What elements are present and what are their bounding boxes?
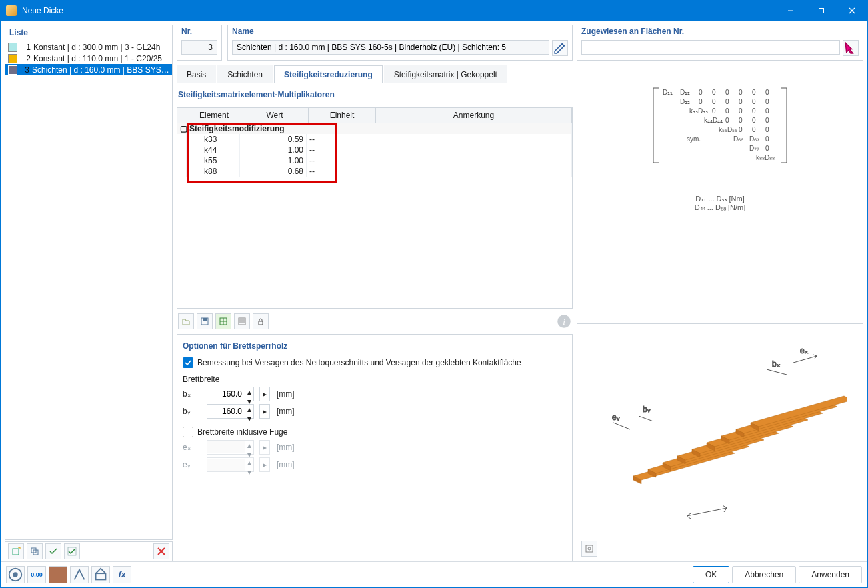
col-wert: Wert: [241, 108, 309, 123]
svg-text:0: 0: [739, 126, 743, 133]
grid-data-row[interactable]: k330.59--: [177, 134, 572, 145]
nr-value[interactable]: 3: [181, 40, 217, 55]
svg-text:sym.: sym.: [687, 135, 701, 143]
svg-text:0: 0: [765, 117, 769, 124]
tool1-button[interactable]: [70, 566, 89, 583]
grid-data-row[interactable]: k551.00--: [177, 155, 572, 166]
check-include-gap-label: Brettbreite inklusive Fuge: [197, 427, 287, 437]
fx-button[interactable]: fx: [113, 566, 131, 583]
maximize-button[interactable]: [806, 1, 837, 21]
svg-text:0: 0: [752, 98, 756, 105]
assign-input[interactable]: [581, 40, 840, 55]
window-title: Neue Dicke: [22, 6, 63, 15]
nr-label: Nr.: [181, 27, 217, 36]
svg-text:0: 0: [752, 126, 756, 133]
svg-text:0: 0: [712, 98, 716, 105]
svg-text:bₓ: bₓ: [772, 359, 780, 369]
name-label: Name: [232, 27, 568, 36]
units-button[interactable]: 0,00: [27, 566, 46, 583]
checkbox-on-icon: [183, 357, 193, 368]
svg-text:0: 0: [765, 98, 769, 105]
view-settings-button[interactable]: [581, 541, 597, 557]
assign-label: Zugewiesen an Flächen Nr.: [581, 27, 859, 36]
svg-text:D₁₁: D₁₁: [663, 89, 673, 96]
svg-text:0: 0: [725, 89, 729, 96]
svg-text:i: i: [563, 317, 565, 327]
svg-text:D₇₇: D₇₇: [749, 145, 759, 152]
save-button[interactable]: [197, 313, 213, 329]
info-icon[interactable]: i: [557, 314, 571, 329]
by-picker-button[interactable]: ▸: [259, 404, 270, 419]
color-button[interactable]: [49, 566, 67, 583]
list-item[interactable]: 2Konstant | d : 110.0 mm | 1 - C20/25: [5, 53, 172, 64]
grid-toolbar: i: [177, 313, 573, 330]
name-input[interactable]: [232, 40, 549, 55]
svg-text:0: 0: [725, 117, 729, 124]
svg-text:0: 0: [752, 89, 756, 96]
svg-text:0: 0: [752, 117, 756, 124]
lock-button[interactable]: [253, 313, 269, 329]
check-design-failure[interactable]: Bemessung bei Versagen des Nettoquerschn…: [183, 357, 567, 368]
svg-text:0: 0: [712, 107, 716, 115]
ex-picker-button: ▸: [259, 440, 270, 455]
titlebar: Neue Dicke: [1, 1, 867, 21]
svg-rect-15: [239, 318, 245, 325]
tabs: BasisSchichtenSteifigkeitsreduzierungSte…: [177, 65, 573, 83]
ey-input: ▴▾: [207, 457, 254, 472]
list-item[interactable]: 1Konstant | d : 300.0 mm | 3 - GL24h: [5, 41, 172, 53]
copy-item-button[interactable]: [27, 543, 43, 559]
tab-steifigkeitsmatrix-gekoppelt[interactable]: Steifigkeitsmatrix | Gekoppelt: [384, 65, 507, 83]
tab-schichten[interactable]: Schichten: [217, 65, 273, 83]
apply-button[interactable]: Anwenden: [799, 566, 862, 583]
check-include-gap[interactable]: Brettbreite inklusive Fuge: [183, 427, 567, 437]
ey-picker-button: ▸: [259, 457, 270, 472]
svg-text:0: 0: [765, 135, 769, 143]
svg-text:0: 0: [739, 107, 743, 115]
grid-data-row[interactable]: k880.68--: [177, 166, 572, 177]
svg-text:D₆₇: D₆₇: [749, 135, 759, 143]
svg-text:0: 0: [739, 89, 743, 96]
new-item-button[interactable]: [8, 543, 24, 559]
pick-surfaces-button[interactable]: [843, 40, 859, 56]
tab-steifigkeitsreduzierung[interactable]: Steifigkeitsreduzierung: [274, 65, 383, 83]
view2-button[interactable]: [234, 313, 250, 329]
tool2-button[interactable]: [91, 566, 110, 583]
by-label: bᵧ: [183, 407, 203, 416]
options-title: Optionen für Brettsperrholz: [183, 339, 567, 355]
check-item-button[interactable]: [64, 543, 80, 559]
matrix-legend-2: D₄₄ ... D₈₈ [N/m]: [695, 203, 746, 212]
svg-text:k₄₄D₄₄: k₄₄D₄₄: [704, 117, 723, 124]
svg-rect-80: [586, 545, 593, 552]
minimize-button[interactable]: [775, 1, 806, 21]
svg-text:k₈₈D₈₈: k₈₈D₈₈: [756, 154, 775, 161]
cancel-button[interactable]: Abbrechen: [732, 566, 796, 583]
clt-options-panel: Optionen für Brettsperrholz Bemessung be…: [177, 334, 573, 561]
svg-text:0: 0: [725, 98, 729, 105]
open-folder-button[interactable]: [178, 313, 194, 329]
svg-text:bᵧ: bᵧ: [643, 405, 651, 414]
help-button[interactable]: [6, 566, 25, 583]
svg-point-83: [13, 572, 17, 577]
bx-input[interactable]: ▴▾: [207, 387, 254, 401]
stiffness-grid: Element Wert Einheit Anmerkung ▢Steifigk…: [177, 107, 573, 309]
delete-item-button[interactable]: [153, 543, 169, 559]
check-all-button[interactable]: [45, 543, 61, 559]
svg-text:0: 0: [739, 98, 743, 105]
thickness-list[interactable]: 1Konstant | d : 300.0 mm | 3 - GL24h2Kon…: [5, 41, 172, 539]
svg-text:0: 0: [765, 107, 769, 115]
grid-group-row[interactable]: ▢Steifigkeitsmodifizierung: [177, 123, 572, 134]
bx-unit: [mm]: [277, 389, 295, 399]
ex-input: ▴▾: [207, 440, 254, 455]
edit-name-button[interactable]: [552, 40, 568, 56]
by-input[interactable]: ▴▾: [207, 404, 254, 419]
view1-button[interactable]: [215, 313, 231, 329]
bx-picker-button[interactable]: ▸: [259, 387, 270, 401]
tab-basis[interactable]: Basis: [177, 65, 216, 83]
svg-text:0: 0: [712, 89, 716, 96]
list-item[interactable]: 3Schichten | d : 160.0 mm | BBS SYS 160-…: [5, 64, 172, 75]
close-button[interactable]: [837, 1, 867, 21]
ok-button[interactable]: OK: [693, 566, 729, 583]
grid-data-row[interactable]: k441.00--: [177, 145, 572, 155]
svg-text:0: 0: [752, 107, 756, 115]
svg-text:k₃₃D₃₃: k₃₃D₃₃: [689, 107, 708, 115]
